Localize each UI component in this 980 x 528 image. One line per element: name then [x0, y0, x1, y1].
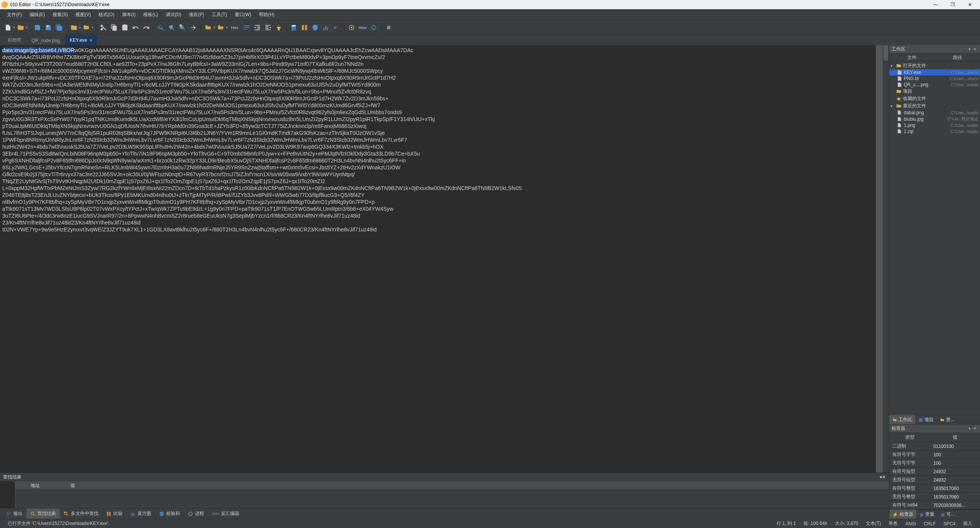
- inspector-row[interactable]: 无符号短型24932: [889, 476, 980, 484]
- itab-bookmarks[interactable]: ▣可...: [937, 510, 958, 519]
- hex-toggle-button[interactable]: Hex: [229, 23, 241, 33]
- btab-output[interactable]: 输出: [2, 508, 26, 519]
- wtab-workspace[interactable]: 工作区: [889, 415, 915, 425]
- btab-checksum[interactable]: 校验和: [155, 508, 184, 519]
- indent-right-icon[interactable]: [263, 23, 273, 33]
- menu-tools[interactable]: 工具(T): [208, 10, 231, 20]
- minimize-button[interactable]: —: [927, 0, 944, 9]
- open-file-icon[interactable]: [16, 23, 26, 33]
- menu-view[interactable]: 视图(V): [72, 10, 95, 20]
- status-units[interactable]: 单色: [885, 520, 901, 527]
- menu-templates[interactable]: 模板(L): [139, 10, 162, 20]
- inspector-col-type[interactable]: 类型: [889, 433, 930, 442]
- find-icon[interactable]: [156, 23, 166, 33]
- tab-file-1[interactable]: KEY.exe×: [65, 35, 97, 45]
- itab-vars[interactable]: ▣变量: [916, 510, 937, 519]
- status-spacing[interactable]: SPC4: [940, 521, 959, 526]
- inspector-row[interactable]: 无符号整型1635017060: [889, 493, 980, 501]
- menu-project[interactable]: 项目(P): [185, 10, 208, 20]
- editor-area[interactable]: data:image/jpg;base64,iVBORw0KGgoAAAANSU…: [0, 45, 889, 472]
- status-insert[interactable]: 插入: [959, 520, 976, 527]
- copy-icon[interactable]: [109, 23, 119, 33]
- inspector-row[interactable]: 无符号字节100: [889, 459, 980, 467]
- status-lineending[interactable]: CRLF: [920, 521, 939, 526]
- menu-help[interactable]: 帮助(H): [255, 10, 278, 20]
- stop-icon[interactable]: [384, 23, 394, 33]
- ws-file[interactable]: 1.pngC:\Use...loads\: [889, 122, 980, 128]
- replace-icon[interactable]: AB: [167, 23, 177, 33]
- workspace-col-file[interactable]: 文件: [889, 54, 935, 61]
- checksum-icon[interactable]: [310, 23, 320, 33]
- ws-group-recent[interactable]: ▾最近的文件: [889, 102, 980, 110]
- panel-dropdown-icon[interactable]: ▾: [967, 47, 972, 52]
- btab-multi-search[interactable]: 多文件中查找: [60, 508, 102, 519]
- ws-file[interactable]: dabai.pngC:\Use...loads\: [889, 110, 980, 116]
- menu-scripts[interactable]: 脚本(I): [118, 10, 139, 20]
- script-open-icon[interactable]: [203, 23, 213, 33]
- open-template-icon[interactable]: [69, 23, 79, 33]
- status-type[interactable]: 文本(T): [862, 520, 885, 527]
- highlight-icon[interactable]: [274, 23, 284, 33]
- menu-edit[interactable]: 编辑(E): [26, 10, 49, 20]
- menu-format[interactable]: 格式(O): [95, 10, 118, 20]
- panel-dropdown-icon[interactable]: ▾: [967, 426, 972, 431]
- new-file-icon[interactable]: [3, 23, 13, 33]
- sync-icon[interactable]: [369, 23, 379, 33]
- menu-debug[interactable]: 调试(D): [162, 10, 185, 20]
- script-run-icon[interactable]: [216, 23, 226, 33]
- btab-search-results[interactable]: 查找结果: [26, 508, 60, 519]
- btab-disasm[interactable]: mov反汇编器: [208, 508, 243, 519]
- ws-group-favorites[interactable]: 收藏的文件: [889, 95, 980, 102]
- search-col-value[interactable]: 值: [55, 481, 90, 489]
- ws-file[interactable]: 1.zipC:\Use...loads\: [889, 128, 980, 134]
- editor-scrollbar[interactable]: [883, 45, 889, 472]
- ws-group-open[interactable]: ▾打开的文件: [889, 62, 980, 69]
- compare-icon[interactable]: [299, 23, 309, 33]
- close-button[interactable]: ✕: [961, 0, 978, 9]
- ws-group-project[interactable]: 项目: [889, 88, 980, 95]
- ws-file[interactable]: QR_c....pngC:\Use...loads\: [889, 82, 980, 88]
- find-in-files-icon[interactable]: [178, 23, 188, 33]
- close-icon[interactable]: ×: [89, 37, 92, 43]
- status-encoding[interactable]: ANSI: [901, 521, 920, 526]
- save-as-icon[interactable]: [43, 23, 53, 33]
- menu-search[interactable]: 搜索(S): [49, 10, 72, 20]
- indent-left-icon[interactable]: [252, 23, 262, 33]
- undo-icon[interactable]: [131, 23, 141, 33]
- wtab-resources[interactable]: 资...: [937, 415, 957, 425]
- itab-inspector[interactable]: ⚡检查器: [889, 510, 916, 519]
- tab-start-page[interactable]: 起始页: [3, 35, 26, 45]
- wtab-project[interactable]: 项目: [915, 415, 937, 425]
- workspace-tree[interactable]: ▾打开的文件 KEY.exeC:\Use...loads\ PNG.btC:\U…: [889, 61, 980, 415]
- tab-file-0[interactable]: QR_code.png: [27, 36, 64, 45]
- inspector-row[interactable]: 二进制01100100: [889, 442, 980, 451]
- inspector-row[interactable]: 有符号短型24932: [889, 467, 980, 476]
- ws-file[interactable]: biubiu.jpgC:\Us...然赶我走: [889, 116, 980, 122]
- menu-file[interactable]: 文件(F): [3, 10, 26, 20]
- btab-histogram[interactable]: 直方图: [126, 508, 155, 519]
- histogram-icon[interactable]: [321, 23, 331, 33]
- save-icon[interactable]: [33, 23, 43, 33]
- btab-compare[interactable]: 比较: [102, 508, 126, 519]
- panel-close-icon[interactable]: ✕: [972, 47, 978, 52]
- inspector-col-value[interactable]: 值: [930, 433, 980, 442]
- inspector-row[interactable]: 有符号字节100: [889, 451, 980, 459]
- paste-icon[interactable]: [120, 23, 130, 33]
- redo-icon[interactable]: [141, 23, 151, 33]
- disasm-button[interactable]: mov: [357, 23, 368, 33]
- linewrap-icon[interactable]: [242, 23, 252, 33]
- panel-close-icon[interactable]: ✕: [972, 426, 978, 431]
- baseconvert-icon[interactable]: x²: [332, 23, 342, 33]
- menu-window[interactable]: 窗口(W): [231, 10, 255, 20]
- scrollbar-thumb[interactable]: [883, 45, 888, 61]
- cut-icon[interactable]: [98, 23, 108, 33]
- editor-content[interactable]: data:image/jpg;base64,iVBORw0KGgoAAAANSU…: [0, 45, 876, 472]
- maximize-button[interactable]: ❐: [944, 0, 961, 9]
- inspector-row[interactable]: 有符号 Int6470203830936...: [889, 501, 980, 510]
- btab-process[interactable]: 进程: [184, 508, 208, 519]
- run-template-icon[interactable]: [82, 23, 92, 33]
- save-all-icon[interactable]: [54, 23, 64, 33]
- ws-file[interactable]: KEY.exeC:\Use...loads\: [889, 69, 980, 75]
- ws-file[interactable]: PNG.btC:\User...sitory\: [889, 75, 980, 82]
- inspector-row[interactable]: 有符号整型1635017060: [889, 484, 980, 493]
